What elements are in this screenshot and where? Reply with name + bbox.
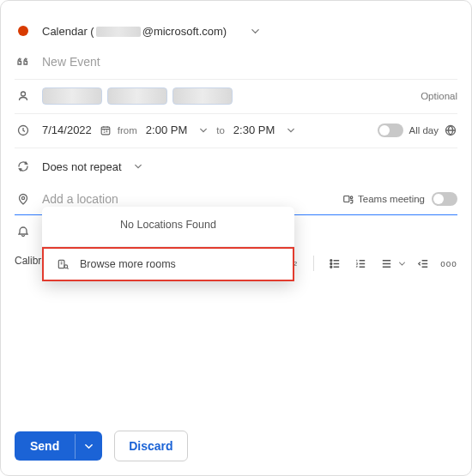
calendar-icon[interactable]: 14 bbox=[99, 124, 112, 137]
align-button[interactable] bbox=[378, 255, 395, 272]
svg-point-10 bbox=[330, 259, 331, 261]
email-domain: @microsoft.com) bbox=[142, 25, 227, 38]
svg-point-7 bbox=[350, 196, 353, 198]
event-title-input[interactable]: New Event bbox=[42, 55, 100, 69]
format-toolbar: Calibri bbox=[15, 255, 44, 267]
clock-icon bbox=[15, 124, 32, 137]
room-search-icon bbox=[56, 257, 70, 271]
svg-point-12 bbox=[330, 266, 331, 268]
recurrence-value: Does not repeat bbox=[42, 160, 122, 173]
recurrence-select[interactable]: Does not repeat bbox=[42, 160, 142, 173]
send-dropdown-button[interactable] bbox=[75, 434, 102, 459]
chevron-down-icon bbox=[287, 126, 295, 135]
calendar-chevron-down-icon[interactable] bbox=[251, 27, 260, 36]
attendees-icon bbox=[15, 89, 32, 103]
date-picker[interactable]: 7/14/2022 bbox=[42, 124, 92, 136]
outdent-button[interactable] bbox=[415, 255, 432, 272]
start-time-select[interactable]: 2:00 PM bbox=[142, 122, 211, 138]
more-formatting-button[interactable]: ooo bbox=[440, 255, 457, 272]
svg-point-11 bbox=[330, 262, 331, 264]
chevron-down-icon[interactable] bbox=[398, 260, 406, 268]
send-button-label: Send bbox=[15, 431, 75, 461]
attendee-chip[interactable] bbox=[42, 87, 102, 105]
optional-attendees-link[interactable]: Optional bbox=[421, 91, 457, 101]
svg-text:14: 14 bbox=[103, 130, 108, 134]
chevron-down-icon bbox=[199, 126, 208, 135]
bulleted-list-button[interactable] bbox=[326, 255, 343, 272]
timezone-icon[interactable] bbox=[444, 124, 457, 137]
svg-point-5 bbox=[21, 196, 24, 199]
send-split-button[interactable]: Send bbox=[15, 431, 102, 461]
to-label: to bbox=[216, 125, 225, 136]
browse-more-rooms-label: Browse more rooms bbox=[80, 258, 176, 270]
end-time-select[interactable]: 2:30 PM bbox=[230, 122, 299, 138]
svg-rect-6 bbox=[344, 196, 349, 202]
svg-point-0 bbox=[21, 92, 26, 96]
location-dropdown: No Locations Found Browse more rooms bbox=[42, 207, 294, 281]
reminder-icon bbox=[15, 225, 32, 238]
from-label: from bbox=[118, 125, 137, 136]
font-family-select[interactable]: Calibri bbox=[15, 255, 44, 267]
all-day-label: All day bbox=[408, 125, 439, 136]
location-icon bbox=[15, 192, 32, 206]
teams-meeting-toggle[interactable] bbox=[432, 192, 457, 206]
svg-point-9 bbox=[64, 264, 67, 268]
repeat-icon bbox=[15, 160, 32, 173]
quote-icon bbox=[15, 55, 32, 69]
no-locations-label: No Locations Found bbox=[42, 207, 294, 246]
discard-button[interactable]: Discard bbox=[114, 431, 187, 461]
numbered-list-button[interactable] bbox=[352, 255, 369, 272]
calendar-color-dot bbox=[15, 26, 32, 36]
browse-more-rooms-button[interactable]: Browse more rooms bbox=[42, 247, 294, 281]
attendee-chip[interactable] bbox=[172, 87, 233, 105]
location-input[interactable]: Add a location bbox=[42, 192, 336, 206]
chevron-down-icon bbox=[134, 162, 142, 171]
divider bbox=[313, 256, 314, 271]
attendee-chips[interactable] bbox=[42, 87, 233, 105]
email-redacted bbox=[96, 27, 141, 37]
calendar-selector[interactable]: Calendar (@microsoft.com) bbox=[42, 25, 227, 38]
calendar-prefix: Calendar ( bbox=[42, 25, 94, 38]
start-time-value: 2:00 PM bbox=[146, 124, 187, 136]
teams-meeting-label: Teams meeting bbox=[342, 193, 425, 205]
teams-icon bbox=[342, 193, 354, 205]
attendee-chip[interactable] bbox=[107, 87, 167, 105]
teams-meeting-text: Teams meeting bbox=[358, 194, 425, 204]
all-day-toggle[interactable] bbox=[378, 124, 403, 137]
end-time-value: 2:30 PM bbox=[233, 124, 275, 136]
